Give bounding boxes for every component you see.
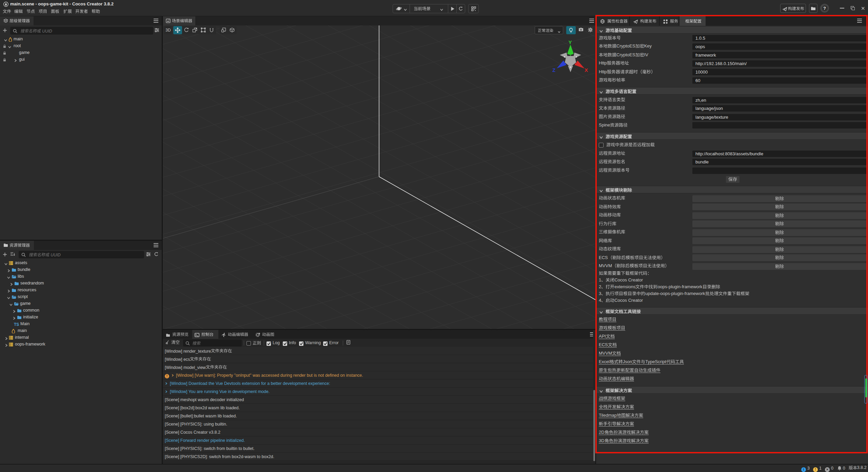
svg-text:X: X (585, 67, 588, 73)
svg-text:Z: Z (552, 67, 555, 73)
svg-text:Y: Y (569, 39, 572, 45)
